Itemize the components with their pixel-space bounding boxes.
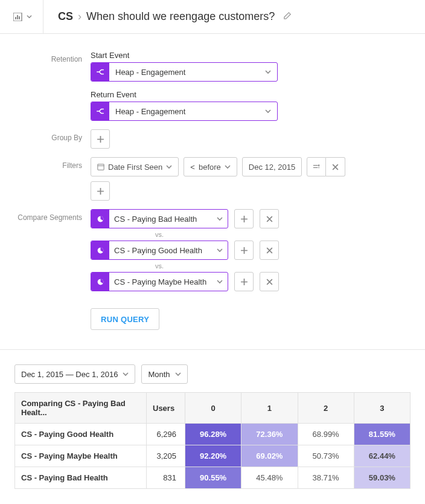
run-query-button[interactable]: RUN QUERY [91,308,159,330]
users-column-header: Users [147,393,185,424]
breadcrumb-root[interactable]: CS [58,10,73,23]
chevron-down-icon [212,273,228,291]
add-filter-button[interactable] [91,181,110,201]
filter-value-input[interactable]: Dec 12, 2015 [242,157,302,176]
group-by-label: Group By [0,129,91,142]
chevron-down-icon [259,63,277,81]
event-icon [91,63,109,81]
return-event-value: Heap - Engagement [109,102,259,120]
retention-cell: 72.36% [241,424,298,445]
retention-label: Retention [0,51,91,63]
retention-cell: 69.02% [241,445,298,467]
filters-label: Filters [0,157,91,170]
retention-cell: 90.55% [185,467,241,489]
vs-separator: vs. [91,262,228,270]
users-cell: 831 [147,467,185,489]
filter-operator-select[interactable]: < before [184,157,237,176]
results-panel: Dec 1, 2015 — Dec 1, 2016 Month Comparin… [0,350,425,503]
remove-segment-button[interactable] [260,209,279,228]
svg-rect-2 [17,15,18,19]
period-header: 1 [241,393,298,424]
breadcrumb: CS › When should we reengage customers? [43,10,292,23]
calendar-icon [97,163,104,170]
granularity-value: Month [148,370,170,379]
return-event-label: Return Event [91,90,411,99]
chevron-down-icon [123,371,129,377]
granularity-select[interactable]: Month [141,364,187,384]
users-cell: 6,296 [147,424,185,445]
filter-property-value: Date First Seen [108,163,162,172]
retention-table: Comparing CS - Paying Bad Healt... Users… [14,392,411,489]
query-config: Retention Start Event Heap - Engagement … [0,34,425,350]
topbar: CS › When should we reengage customers? [0,0,425,34]
segment-icon [91,241,109,259]
date-range-select[interactable]: Dec 1, 2015 — Dec 1, 2016 [14,364,135,384]
retention-cell: 50.73% [298,445,354,467]
period-header: 0 [185,393,241,424]
remove-filter-button[interactable] [326,157,345,176]
chevron-down-icon [166,164,172,170]
segment-cell: CS - Paying Bad Health [15,467,147,489]
add-segment-button[interactable] [234,272,254,291]
segment-value: CS - Paying Maybe Health [109,273,212,291]
segment-cell: CS - Paying Maybe Health [15,445,147,467]
start-event-value: Heap - Engagement [109,63,259,81]
remove-segment-button[interactable] [260,241,279,260]
retention-cell: 92.20% [185,445,241,467]
svg-rect-1 [15,17,16,19]
chevron-down-icon [212,241,228,259]
edit-icon[interactable] [283,10,292,23]
period-header: 2 [298,393,354,424]
report-type-selector[interactable] [5,0,43,34]
segment-select-0[interactable]: CS - Paying Bad Health [91,209,228,228]
return-event-select[interactable]: Heap - Engagement [91,102,278,121]
add-group-by-button[interactable] [91,129,110,149]
segment-value: CS - Paying Good Health [109,241,212,259]
svg-rect-4 [98,164,104,170]
compare-segments-label: Compare Segments [0,209,91,222]
svg-rect-3 [19,16,20,19]
retention-cell: 68.99% [298,424,354,445]
compare-column-header: Comparing CS - Paying Bad Healt... [15,393,147,424]
add-segment-button[interactable] [234,209,254,228]
segment-icon [91,273,109,291]
start-event-label: Start Event [91,51,411,60]
event-icon [91,102,109,120]
date-range-value: Dec 1, 2015 — Dec 1, 2016 [21,370,118,379]
table-row: CS - Paying Bad Health83190.55%45.48%38.… [15,467,411,489]
retention-cell: 45.48% [241,467,298,489]
start-event-select[interactable]: Heap - Engagement [91,62,278,82]
retention-cell: 96.28% [185,424,241,445]
chevron-down-icon [225,164,231,170]
segment-select-2[interactable]: CS - Paying Maybe Health [91,272,228,291]
table-row: CS - Paying Good Health6,29696.28%72.36%… [15,424,411,445]
filter-property-select[interactable]: Date First Seen [91,157,179,176]
add-segment-button[interactable] [234,241,254,260]
filter-operator-value: before [199,163,221,172]
retention-cell: 59.03% [354,467,410,489]
segment-cell: CS - Paying Good Health [15,424,147,445]
vs-separator: vs. [91,231,228,238]
chevron-down-icon [212,210,228,228]
segment-value: CS - Paying Bad Health [109,210,212,228]
retention-cell: 62.44% [354,445,410,467]
page-title: When should we reengage customers? [86,10,275,23]
remove-segment-button[interactable] [260,272,279,291]
segments-list: CS - Paying Bad Health vs. CS - Paying G… [91,209,411,294]
filter-value: Dec 12, 2015 [249,163,295,172]
chevron-down-icon [175,371,181,377]
users-cell: 3,205 [147,445,185,467]
breadcrumb-separator: › [78,10,81,23]
chevron-down-icon [259,102,277,120]
segment-select-1[interactable]: CS - Paying Good Health [91,241,228,260]
filter-settings-button[interactable] [307,157,326,176]
retention-cell: 38.71% [298,467,354,489]
chevron-down-icon [27,14,32,19]
retention-cell: 81.55% [354,424,410,445]
bar-chart-icon [13,13,24,21]
segment-icon [91,210,109,228]
period-header: 3 [354,393,410,424]
table-row: CS - Paying Maybe Health3,20592.20%69.02… [15,445,411,467]
